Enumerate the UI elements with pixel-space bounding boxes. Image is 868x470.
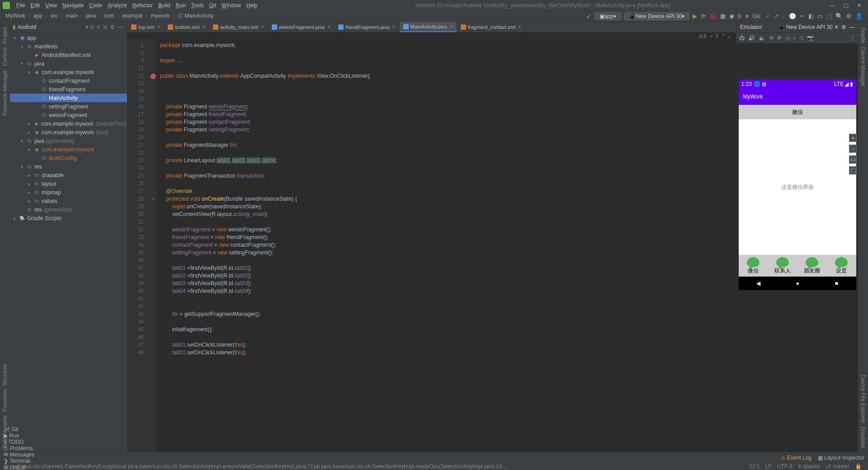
tool-tab-build-variants[interactable]: Build Variants bbox=[2, 415, 8, 448]
project-tree[interactable]: ▾ ▣ app ▾ 🗀 manifests ◆ AndroidManifest.… bbox=[10, 33, 127, 452]
menu-tools[interactable]: Tools bbox=[189, 2, 207, 9]
debug-icon[interactable]: 🐞 bbox=[708, 13, 718, 19]
phone-home-icon[interactable]: ● bbox=[796, 280, 799, 287]
layout-inspector-button[interactable]: ▦ Layout Inspector bbox=[818, 455, 864, 461]
bottom-tool-messages[interactable]: ✉ Messages bbox=[4, 451, 47, 458]
close-tab-icon[interactable]: × bbox=[202, 24, 205, 30]
maximize-icon[interactable]: ▢ bbox=[840, 2, 852, 9]
breadcrumb-item[interactable]: mywork bbox=[149, 13, 176, 19]
emulator-device-tab[interactable]: 📱 New Device API 30 ✕ bbox=[778, 24, 839, 30]
tool-tab-structure[interactable]: Structure bbox=[2, 364, 8, 386]
phone-tab-微信[interactable]: 微信 bbox=[739, 255, 768, 277]
back-icon[interactable]: ◁ bbox=[785, 35, 789, 41]
tree-node-res[interactable]: 🗀 res(generated) bbox=[10, 205, 127, 214]
tool-tab-favorites[interactable]: Favorites bbox=[2, 389, 8, 411]
event-log-button[interactable]: ⚠ Event Log bbox=[781, 455, 811, 461]
gear-icon[interactable]: ⚙ bbox=[108, 24, 116, 30]
zoom-out-button[interactable]: − bbox=[849, 145, 857, 153]
attach-icon[interactable]: ⎘ bbox=[736, 13, 743, 19]
overview-icon[interactable]: □ bbox=[800, 35, 803, 41]
volume-down-icon[interactable]: 🔉 bbox=[759, 35, 765, 41]
zoom-in-button[interactable]: + bbox=[849, 134, 857, 142]
editor-tab-bottom-xml[interactable]: bottom.xml× bbox=[164, 22, 209, 32]
breadcrumb-item[interactable]: example bbox=[121, 13, 149, 19]
phone-tab-设置[interactable]: 设置 bbox=[827, 255, 856, 277]
caret-position[interactable]: 22:1 bbox=[747, 463, 763, 470]
breadcrumb-item[interactable]: src bbox=[49, 13, 64, 19]
indent-setting[interactable]: 4 spaces bbox=[795, 463, 822, 470]
menu-edit[interactable]: Edit bbox=[28, 2, 42, 9]
bottom-tool-problems[interactable]: ⚠ Problems bbox=[4, 445, 47, 451]
editor-tab-top-xml[interactable]: top.xml× bbox=[127, 22, 164, 32]
sdk-icon[interactable]: ⬚ bbox=[825, 13, 834, 19]
rotate-left-icon[interactable]: ⟲ bbox=[769, 35, 774, 41]
settings-icon[interactable]: ⚙ bbox=[844, 13, 854, 19]
tree-node-values[interactable]: ▸ 🗀 values bbox=[10, 197, 127, 205]
breadcrumb-item[interactable]: app bbox=[32, 13, 49, 19]
gear-icon[interactable]: ⚙ bbox=[839, 24, 849, 30]
tree-node-settingfragment[interactable]: Ⓒ settingFragment bbox=[10, 102, 127, 111]
editor-tab-friendFragment-java[interactable]: friendFragment.java× bbox=[335, 22, 400, 32]
close-icon[interactable]: ✕ bbox=[854, 2, 865, 9]
minimize-icon[interactable]: ― bbox=[826, 2, 838, 9]
phone-nav-bar[interactable]: ◀ ● ■ bbox=[739, 277, 856, 290]
git-update-icon[interactable]: ↓ bbox=[781, 13, 788, 19]
tool-tab-device-manager[interactable]: Device Manager bbox=[860, 47, 866, 86]
menu-git[interactable]: Git bbox=[207, 2, 219, 9]
tree-node-buildconfig[interactable]: Ⓒ BuildConfig bbox=[10, 154, 127, 162]
tree-node-mainactivity[interactable]: Ⓒ MainActivity bbox=[10, 94, 127, 102]
device-dropdown[interactable]: 📱 New Device API 30 ▾ bbox=[624, 12, 690, 20]
expand-icon[interactable]: ⇲ bbox=[101, 24, 108, 30]
tree-node-java[interactable]: ▾ 🗀 java(generated) bbox=[10, 136, 127, 145]
git-rollback-icon[interactable]: ⤺ bbox=[798, 13, 807, 19]
breadcrumb-item[interactable]: MyWork bbox=[4, 13, 32, 19]
breadcrumb-item[interactable]: main bbox=[64, 13, 84, 19]
breadcrumb-item[interactable]: Ⓒ MainActivity bbox=[176, 13, 218, 19]
tree-node-mipmap[interactable]: ▸ 🗀 mipmap bbox=[10, 188, 127, 197]
menu-build[interactable]: Build bbox=[156, 2, 173, 9]
git-commit-icon[interactable]: ✓ bbox=[764, 13, 772, 19]
tree-node-layout[interactable]: ▸ 🗀 layout bbox=[10, 179, 127, 188]
ide-actions-icon[interactable]: ◧ bbox=[807, 13, 816, 19]
menu-refactor[interactable]: Refactor bbox=[130, 2, 156, 9]
tree-node-gradle-scripts[interactable]: ▸ 🐘 Gradle Scripts bbox=[10, 214, 127, 222]
stop-icon[interactable]: ■ bbox=[743, 13, 750, 19]
lock-icon[interactable]: 🔒 bbox=[852, 463, 864, 470]
gutter-icons[interactable]: ⬤○ bbox=[149, 40, 156, 452]
git-history-icon[interactable]: 🕓 bbox=[787, 13, 798, 19]
close-tab-icon[interactable]: × bbox=[518, 24, 521, 30]
close-tab-icon[interactable]: × bbox=[327, 24, 330, 30]
menu-analyze[interactable]: Analyze bbox=[105, 2, 130, 9]
breadcrumb-item[interactable]: java bbox=[84, 13, 102, 19]
tree-node-com-example-mywork[interactable]: ▸ ◉ com.example.mywork(androidTest) bbox=[10, 119, 127, 128]
breadcrumb-item[interactable]: com bbox=[102, 13, 121, 19]
apply-changes-icon[interactable]: ⟳ bbox=[699, 13, 708, 19]
sync-icon[interactable]: ↙ bbox=[585, 13, 593, 19]
target-icon[interactable]: ⊙ bbox=[88, 24, 95, 30]
bottom-tool-todo[interactable]: ≡ TODO bbox=[4, 439, 47, 445]
bottom-tool-run[interactable]: ▶ Run bbox=[4, 432, 47, 439]
editor-tab-fragment_contact-xml[interactable]: fragment_contact.xml× bbox=[457, 22, 525, 32]
tree-node-com-example-mywork[interactable]: ▾ ◉ com.example.mywork bbox=[10, 68, 127, 76]
volume-up-icon[interactable]: 🔊 bbox=[748, 35, 755, 41]
code-editor[interactable]: package com.example.mywork; import ... p… bbox=[156, 40, 736, 452]
editor-tab-activity_main-xml[interactable]: activity_main.xml× bbox=[209, 22, 268, 32]
filter-icon[interactable]: ≡ bbox=[95, 24, 101, 30]
tree-node-drawable[interactable]: ▸ 🗀 drawable bbox=[10, 171, 127, 179]
tree-node-contactfragment[interactable]: Ⓒ contactFragment bbox=[10, 76, 127, 85]
hide-icon[interactable]: — bbox=[116, 24, 124, 30]
phone-back-icon[interactable]: ◀ bbox=[756, 280, 760, 287]
phone-tab-朋友圈[interactable]: 朋友圈 bbox=[797, 255, 827, 277]
menu-view[interactable]: View bbox=[42, 2, 60, 9]
tree-node-androidmanifest-xml[interactable]: ◆ AndroidManifest.xml bbox=[10, 51, 127, 59]
avd-icon[interactable]: ▭ bbox=[816, 13, 825, 19]
project-view-selector[interactable]: Android bbox=[18, 24, 85, 30]
rotate-right-icon[interactable]: ⟳ bbox=[777, 35, 782, 41]
menu-run[interactable]: Run bbox=[173, 2, 189, 9]
search-icon[interactable]: 🔍 bbox=[834, 13, 844, 19]
git-push-icon[interactable]: ↗ bbox=[772, 13, 781, 19]
editor-tab-weixinFragment-java[interactable]: weixinFragment.java× bbox=[268, 22, 335, 32]
tool-tab-project[interactable]: Project bbox=[2, 27, 8, 44]
run-config-dropdown[interactable]: ▣ app ▾ bbox=[594, 12, 621, 20]
tool-tab-device-file-explorer[interactable]: Device File Explorer bbox=[860, 375, 866, 423]
